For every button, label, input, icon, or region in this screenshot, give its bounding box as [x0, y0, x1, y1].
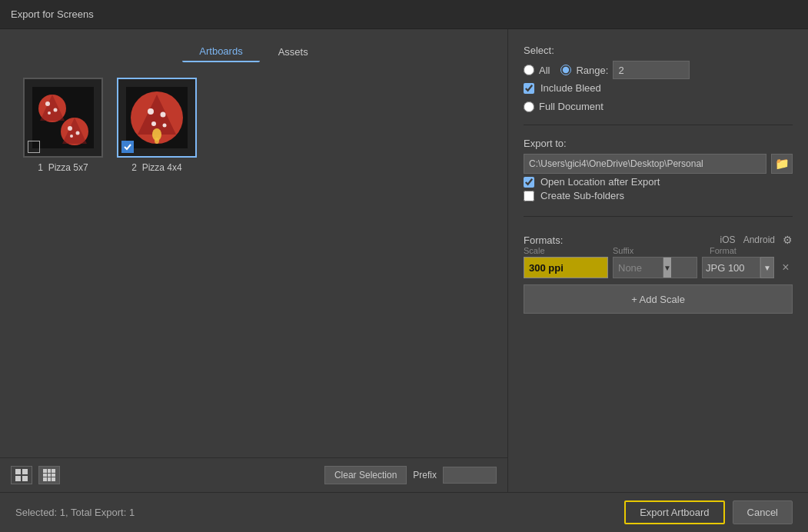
svg-point-9 [76, 131, 80, 135]
select-row: All Range: [524, 61, 793, 79]
format-columns: Scale Suffix Format [524, 246, 793, 255]
footer-buttons: Export Artboard Cancel [624, 500, 793, 524]
grid-large-view-button[interactable] [11, 466, 32, 484]
svg-point-5 [48, 111, 51, 115]
full-document-label: Full Document [539, 101, 604, 112]
artboard-label-1: 1 Pizza 5x7 [38, 162, 88, 173]
svg-point-3 [45, 101, 50, 106]
range-input[interactable] [613, 61, 690, 79]
range-radio[interactable] [560, 65, 571, 75]
select-label: Select: [524, 45, 793, 56]
folder-icon: 📁 [775, 157, 790, 171]
ios-label[interactable]: iOS [720, 234, 736, 245]
open-location-label: Open Location after Export [540, 176, 660, 188]
divider-2 [524, 216, 793, 217]
scale-column-header: Scale [524, 246, 608, 255]
include-bleed-row: Include Bleed [524, 82, 793, 94]
open-location-row: Open Location after Export [524, 176, 793, 188]
gear-icon[interactable]: ⚙ [783, 234, 793, 246]
formats-icons: iOS Android ⚙ [720, 234, 793, 246]
left-bottom-bar: Clear Selection Prefix [0, 457, 507, 492]
formats-label: Formats: [524, 234, 563, 246]
artboard-label-2: 2 Pizza 4x4 [131, 162, 181, 173]
prefix-label: Prefix [413, 470, 437, 480]
full-document-group: Full Document [524, 101, 793, 112]
divider-1 [524, 125, 793, 125]
all-radio-group: All [524, 65, 550, 76]
svg-point-4 [54, 108, 58, 112]
formats-section: Formats: iOS Android ⚙ Scale Suffix Form… [524, 229, 793, 314]
svg-point-19 [155, 138, 159, 144]
all-radio[interactable] [524, 65, 534, 75]
create-subfolders-label: Create Sub-folders [540, 190, 624, 201]
format-select[interactable]: JPG 100 JPG 75 PNG SVG PDF [702, 257, 760, 278]
tab-bar: Artboards Assets [0, 29, 507, 70]
scale-input[interactable] [524, 258, 663, 278]
grid-small-view-button[interactable] [38, 466, 60, 484]
all-radio-label: All [539, 65, 550, 76]
svg-point-10 [70, 135, 73, 138]
pizza-art-2 [126, 87, 188, 148]
svg-point-14 [148, 108, 154, 115]
format-column-header: Format [710, 246, 793, 255]
select-section: Select: All Range: Include Bleed [524, 45, 793, 112]
scale-dropdown-arrow[interactable]: ▼ [663, 258, 671, 278]
include-bleed-label: Include Bleed [540, 82, 601, 94]
export-to-row: 📁 [524, 154, 793, 174]
format-select-wrap: JPG 100 JPG 75 PNG SVG PDF ▼ [702, 257, 774, 278]
prefix-input[interactable] [443, 467, 497, 484]
grid-large-icon [15, 469, 28, 481]
footer: Selected: 1, Total Export: 1 Export Artb… [0, 492, 808, 532]
create-subfolders-row: Create Sub-folders [524, 190, 793, 201]
content-area: Artboards Assets [0, 29, 808, 492]
format-row-0: ▼ JPG 100 JPG 75 PNG SVG PDF ▼ × [524, 257, 793, 278]
dialog-title: Export for Screens [11, 8, 94, 20]
open-location-checkbox[interactable] [524, 177, 534, 188]
format-delete-button[interactable]: × [779, 261, 793, 274]
artboard-item-1[interactable]: 1 Pizza 5x7 [23, 78, 103, 173]
checkmark-2 [121, 141, 134, 153]
browse-folder-button[interactable]: 📁 [771, 154, 793, 174]
include-bleed-checkbox[interactable] [524, 83, 534, 94]
check-icon [123, 142, 132, 151]
grid-small-icon [43, 469, 55, 481]
export-to-label: Export to: [524, 138, 793, 149]
pizza-art-1 [32, 87, 94, 148]
range-radio-group: Range: [560, 61, 690, 79]
svg-point-8 [68, 126, 72, 131]
svg-point-15 [161, 112, 166, 118]
full-document-radio[interactable] [524, 101, 534, 112]
export-dialog: Export for Screens Artboards Assets [0, 0, 808, 532]
android-label[interactable]: Android [743, 234, 775, 245]
artboard-thumb-1[interactable] [23, 78, 103, 158]
title-bar: Export for Screens [0, 0, 808, 29]
cancel-button[interactable]: Cancel [733, 500, 793, 524]
add-scale-button[interactable]: + Add Scale [524, 284, 793, 314]
export-to-section: Export to: 📁 Open Location after Export … [524, 138, 793, 204]
svg-point-16 [151, 121, 156, 126]
artboard-item-2[interactable]: 2 Pizza 4x4 [117, 78, 197, 173]
create-subfolders-checkbox[interactable] [524, 191, 534, 201]
tab-artboards[interactable]: Artboards [182, 42, 259, 62]
right-panel: Select: All Range: Include Bleed [508, 29, 808, 492]
tab-assets[interactable]: Assets [261, 42, 325, 62]
format-chevron-icon[interactable]: ▼ [760, 257, 774, 278]
artboard-thumb-2[interactable] [117, 78, 197, 158]
suffix-column-header: Suffix [613, 246, 705, 255]
status-text: Selected: 1, Total Export: 1 [15, 507, 135, 518]
left-panel: Artboards Assets [0, 29, 508, 492]
artboards-area: 1 Pizza 5x7 [0, 70, 507, 457]
scale-input-wrap: ▼ [524, 257, 608, 278]
formats-header: Formats: iOS Android ⚙ [524, 234, 793, 246]
export-artboard-button[interactable]: Export Artboard [624, 500, 724, 524]
range-radio-label: Range: [576, 65, 608, 76]
export-path-input[interactable] [524, 154, 766, 174]
page-icon-1 [28, 141, 40, 153]
svg-point-17 [163, 124, 167, 128]
clear-selection-button[interactable]: Clear Selection [324, 466, 407, 484]
